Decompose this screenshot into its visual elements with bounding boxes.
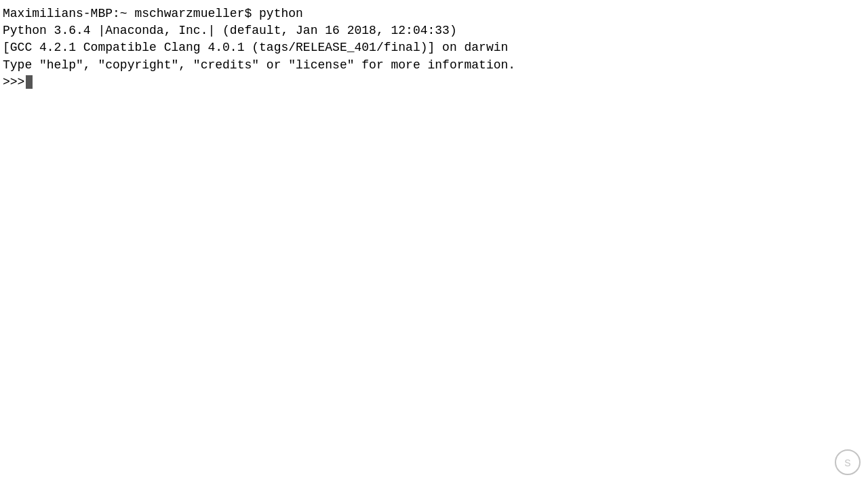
terminal-cursor: [26, 75, 33, 89]
terminal-line-4: Type "help", "copyright", "credits" or "…: [3, 57, 865, 74]
watermark: S: [834, 449, 861, 481]
terminal-line-1: Maximilians-MBP:~ mschwarzmueller$ pytho…: [3, 5, 865, 22]
terminal-line-2: Python 3.6.4 |Anaconda, Inc.| (default, …: [3, 22, 865, 39]
prompt-text: >>>: [3, 74, 24, 91]
terminal-line-3: [GCC 4.2.1 Compatible Clang 4.0.1 (tags/…: [3, 39, 865, 56]
svg-text:S: S: [844, 458, 850, 468]
terminal-window[interactable]: Maximilians-MBP:~ mschwarzmueller$ pytho…: [0, 0, 868, 488]
prompt-line[interactable]: >>>: [3, 74, 865, 91]
